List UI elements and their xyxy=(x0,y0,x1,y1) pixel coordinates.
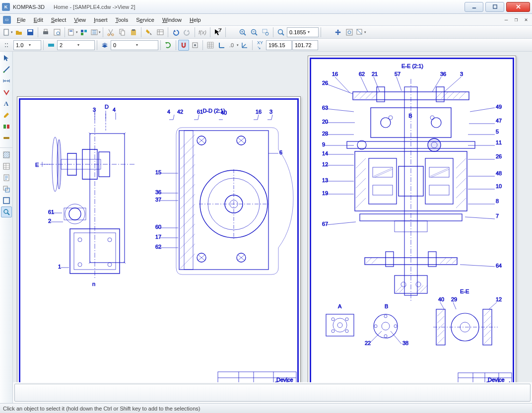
orbit-button[interactable] xyxy=(344,27,355,38)
new-button[interactable] xyxy=(2,27,13,38)
menu-edit[interactable]: Edit xyxy=(30,15,47,24)
print-button[interactable] xyxy=(40,27,51,38)
local-cs-button[interactable] xyxy=(239,40,250,51)
properties-button[interactable] xyxy=(67,27,78,38)
x-coord-input[interactable]: 195.15 xyxy=(266,40,292,50)
mdi-restore-button[interactable]: ❐ xyxy=(512,16,520,23)
zoom-tool[interactable] xyxy=(1,206,12,217)
open-button[interactable] xyxy=(13,27,24,38)
svg-text:17: 17 xyxy=(155,234,161,240)
menu-file[interactable]: File xyxy=(13,15,30,24)
zoom-fit-button[interactable] xyxy=(275,27,286,38)
mdi-close-button[interactable]: ✕ xyxy=(522,16,530,23)
svg-text:B: B xyxy=(408,113,412,119)
insert-view-tool[interactable] xyxy=(1,184,12,195)
edit-tool[interactable] xyxy=(1,110,12,121)
toolbar-style: 1.0▾ 2▾ 0▾ .0 XY↘ 195.15 101.72 xyxy=(0,39,532,52)
document-manager-button[interactable] xyxy=(78,27,89,38)
line-tool[interactable] xyxy=(1,64,12,75)
drawing-canvas[interactable]: D E xyxy=(13,52,532,382)
grid-button[interactable] xyxy=(205,40,216,51)
lineweight-combo[interactable]: 1.0▾ xyxy=(13,40,41,50)
cut-button[interactable] xyxy=(105,27,116,38)
redraw-button[interactable] xyxy=(163,40,174,51)
undo-button[interactable] xyxy=(170,27,181,38)
svg-text:13: 13 xyxy=(322,177,328,183)
param-tool[interactable] xyxy=(1,121,12,132)
svg-text:62: 62 xyxy=(155,244,161,250)
svg-point-64 xyxy=(78,238,82,242)
grip-icon[interactable] xyxy=(2,40,13,51)
svg-point-57 xyxy=(69,208,81,220)
pan-button[interactable] xyxy=(332,27,343,38)
svg-point-160 xyxy=(337,323,342,328)
svg-rect-49 xyxy=(3,198,9,204)
menu-tools[interactable]: Tools xyxy=(112,15,133,24)
print-preview-button[interactable] xyxy=(52,27,63,38)
svg-text:57: 57 xyxy=(395,71,400,77)
view-state-button[interactable] xyxy=(355,27,366,38)
redo-button[interactable] xyxy=(182,27,193,38)
layer-combo[interactable]: 0▾ xyxy=(111,40,158,50)
svg-point-34 xyxy=(7,43,8,44)
svg-text:14: 14 xyxy=(322,150,328,156)
cursor-tool[interactable] xyxy=(1,53,12,64)
canvas-area: D E xyxy=(13,52,532,403)
layer-icon[interactable] xyxy=(99,40,110,51)
symbol-tool[interactable] xyxy=(1,87,12,98)
svg-text:?: ? xyxy=(218,28,222,33)
svg-point-113 xyxy=(431,118,441,128)
measure-tool[interactable] xyxy=(1,133,12,143)
svg-text:37: 37 xyxy=(155,197,161,203)
hatch-tool[interactable] xyxy=(1,149,12,160)
zoom-window-button[interactable] xyxy=(260,27,271,38)
text-tool[interactable]: A xyxy=(1,98,12,109)
minimize-button[interactable] xyxy=(465,2,483,12)
drawing-sheet-1: D E xyxy=(20,100,298,382)
fx-button[interactable]: f(x) xyxy=(197,27,208,38)
spec-tool[interactable] xyxy=(1,161,12,172)
svg-point-162 xyxy=(345,318,348,321)
menu-help[interactable]: Help xyxy=(186,15,205,24)
report-tool[interactable] xyxy=(1,172,12,183)
menu-view[interactable]: View xyxy=(70,15,90,24)
menu-select[interactable]: Select xyxy=(47,15,70,24)
command-input[interactable] xyxy=(14,384,531,402)
svg-text:40: 40 xyxy=(221,110,227,116)
library-button[interactable] xyxy=(90,27,101,38)
style-combo[interactable]: 2▾ xyxy=(57,40,95,50)
svg-rect-10 xyxy=(69,30,72,31)
svg-text:40: 40 xyxy=(438,296,444,302)
variables-button[interactable] xyxy=(155,27,166,38)
dimension-tool[interactable] xyxy=(1,75,12,86)
style-icon[interactable] xyxy=(46,40,57,51)
copy-button[interactable] xyxy=(117,27,128,38)
svg-point-159 xyxy=(333,318,347,332)
save-button[interactable] xyxy=(25,27,36,38)
dim-round-button[interactable]: .0 xyxy=(228,40,239,51)
close-button[interactable] xyxy=(506,2,530,12)
frame-tool[interactable] xyxy=(1,195,12,206)
menu-service[interactable]: Service xyxy=(132,15,158,24)
help-cursor-button[interactable]: ? xyxy=(212,27,223,38)
menu-insert[interactable]: Insert xyxy=(90,15,112,24)
svg-text:1: 1 xyxy=(58,264,61,270)
svg-text:2: 2 xyxy=(48,218,51,224)
maximize-button[interactable] xyxy=(485,2,504,12)
snap-settings-button[interactable] xyxy=(190,40,200,51)
menu-window[interactable]: Window xyxy=(158,15,186,24)
svg-text:8: 8 xyxy=(496,198,499,204)
zoom-in-button[interactable] xyxy=(237,27,248,38)
svg-text:49: 49 xyxy=(496,104,502,110)
svg-rect-12 xyxy=(81,30,83,32)
svg-text:16: 16 xyxy=(256,109,262,115)
paste-button[interactable] xyxy=(128,27,139,38)
y-coord-input[interactable]: 101.72 xyxy=(292,40,318,50)
ortho-button[interactable] xyxy=(216,40,227,51)
format-painter-button[interactable] xyxy=(143,27,154,38)
zoom-out-button[interactable] xyxy=(249,27,260,38)
svg-point-35 xyxy=(7,46,8,47)
zoom-combo[interactable]: 0.1855▾ xyxy=(287,27,319,37)
snap-button[interactable] xyxy=(178,40,189,51)
mdi-minimize-button[interactable]: – xyxy=(502,16,510,23)
